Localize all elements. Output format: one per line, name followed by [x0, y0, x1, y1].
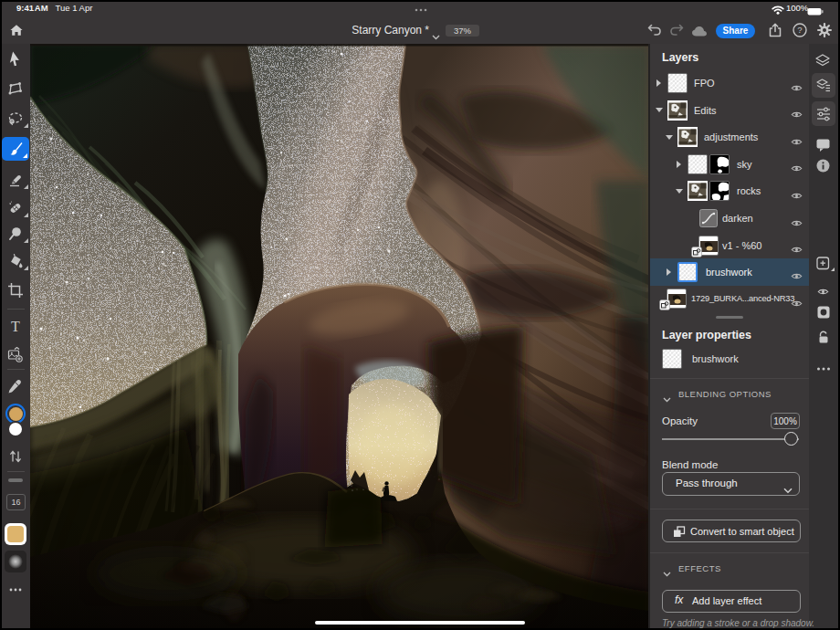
svg-text:?: ?	[797, 25, 802, 35]
svg-text:T: T	[11, 319, 20, 334]
